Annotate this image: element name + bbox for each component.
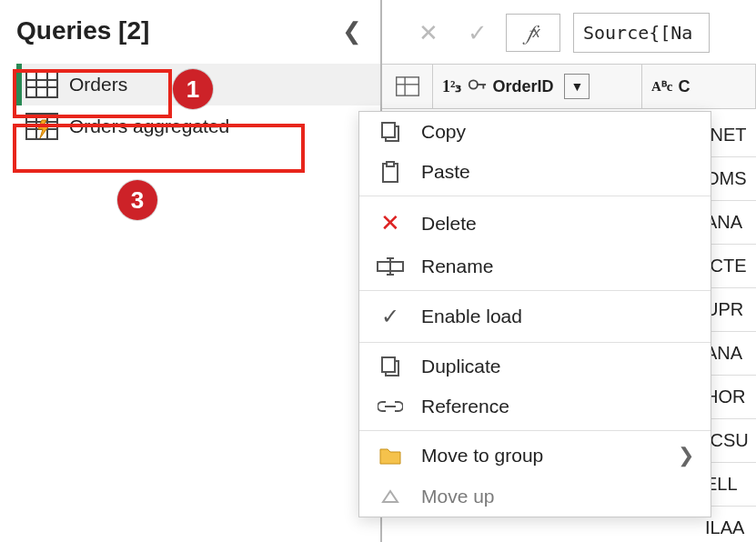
svg-rect-25: [382, 357, 395, 372]
menu-reference[interactable]: Reference: [359, 386, 711, 427]
menu-separator: [359, 290, 711, 291]
menu-label: Move up: [421, 486, 495, 507]
column-headers: 1²₃ OrderID ▼ Aᴮc C: [382, 64, 756, 109]
table-icon: [25, 71, 58, 98]
duplicate-icon: [376, 356, 405, 377]
commit-icon[interactable]: ✓: [457, 14, 499, 52]
menu-label: Duplicate: [421, 356, 501, 377]
menu-copy[interactable]: Copy: [359, 112, 711, 152]
type-number-icon: 1²₃: [442, 76, 461, 96]
query-label: Orders aggregated: [69, 115, 229, 137]
formula-bar[interactable]: Source{[Na: [573, 13, 710, 53]
move-up-icon: [376, 489, 405, 504]
menu-label: Rename: [421, 256, 493, 277]
annotation-badge-1: 1: [173, 69, 213, 109]
menu-separator: [359, 430, 711, 431]
menu-label: Paste: [421, 161, 470, 183]
menu-separator: [359, 196, 711, 196]
menu-label: Copy: [421, 121, 466, 143]
query-item-orders-aggregated[interactable]: Orders aggregated: [16, 105, 380, 147]
type-text-icon: Aᴮc: [651, 78, 673, 95]
copy-icon: [376, 121, 405, 143]
check-icon: ✓: [376, 304, 405, 329]
menu-paste[interactable]: Paste: [359, 152, 711, 192]
delete-icon: ✕: [376, 209, 405, 237]
menu-rename[interactable]: Rename: [359, 246, 711, 286]
column-filter-dropdown[interactable]: ▼: [564, 74, 590, 99]
column-customer[interactable]: Aᴮc C: [642, 65, 756, 108]
menu-enable-load[interactable]: ✓ Enable load: [359, 295, 711, 338]
reference-icon: [376, 398, 405, 415]
svg-rect-17: [382, 123, 395, 137]
menu-move-up[interactable]: Move up: [359, 477, 711, 517]
formula-bar-container: ✕ ✓ 𝑓x Source{[Na: [382, 9, 756, 56]
collapse-chevron-icon[interactable]: ❮: [342, 17, 362, 45]
annotation-badge-3: 3: [117, 180, 157, 220]
cancel-icon[interactable]: ✕: [408, 14, 449, 52]
menu-duplicate[interactable]: Duplicate: [359, 346, 711, 386]
table-lightning-icon: [25, 113, 58, 140]
svg-point-13: [469, 80, 478, 88]
menu-label: Move to group: [421, 445, 543, 467]
column-label: C: [679, 77, 690, 96]
query-context-menu: Copy Paste ✕ Delete Rename ✓ Enable load…: [358, 111, 711, 517]
column-orderid[interactable]: 1²₃ OrderID ▼: [433, 65, 642, 108]
menu-label: Reference: [421, 396, 509, 417]
menu-label: Delete: [421, 213, 477, 235]
menu-label: Enable load: [421, 306, 522, 327]
svg-rect-19: [387, 162, 394, 166]
column-label: OrderID: [492, 77, 553, 96]
query-label: Orders: [69, 74, 127, 95]
paste-icon: [376, 161, 405, 183]
svg-rect-10: [396, 77, 418, 95]
menu-separator: [359, 342, 711, 343]
chevron-right-icon: ❯: [678, 444, 694, 467]
folder-icon: [376, 446, 405, 466]
menu-move-to-group[interactable]: Move to group ❯: [359, 435, 711, 477]
queries-pane: Queries [2] ❮ Orders: [0, 0, 382, 542]
fx-button[interactable]: 𝑓x: [506, 14, 560, 52]
rename-icon: [376, 257, 405, 276]
select-all-corner[interactable]: [382, 65, 433, 108]
menu-delete[interactable]: ✕ Delete: [359, 200, 711, 246]
key-icon: [467, 75, 487, 99]
svg-rect-0: [26, 72, 57, 97]
queries-title: Queries [2]: [16, 16, 149, 45]
